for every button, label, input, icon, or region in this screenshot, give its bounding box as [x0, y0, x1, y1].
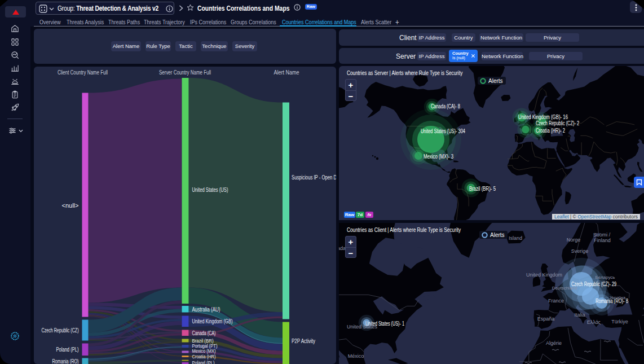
svg-text:Algérie: Algérie — [546, 340, 562, 346]
svg-text:Canada (CA): Canada (CA) — [192, 330, 216, 336]
svg-text:Czech Republic (CZ): Czech Republic (CZ) — [42, 327, 79, 334]
svg-text:<null>: <null> — [62, 203, 79, 209]
svg-text:Australia (AU): Australia (AU) — [192, 306, 220, 313]
svg-text:United Kingdom: United Kingdom — [526, 272, 562, 278]
svg-text:Poland (PL): Poland (PL) — [56, 347, 79, 353]
svg-text:P2P Activity: P2P Activity — [292, 338, 315, 344]
svg-text:Poland (PL): Poland (PL) — [192, 359, 215, 364]
svg-text:Deutschland: Deutschland — [552, 286, 577, 291]
svg-text:Mexico (MX)- 3: Mexico (MX)- 3 — [424, 154, 453, 160]
svg-text:Server Country Name Full: Server Country Name Full — [159, 69, 211, 76]
svg-text:México: México — [348, 353, 364, 359]
svg-text:United Kingdom (GB): United Kingdom (GB) — [192, 318, 233, 324]
svg-text:United States (US)- 304: United States (US)- 304 — [421, 128, 465, 134]
svg-text:Suspicious IP - Open D: Suspicious IP - Open D — [292, 174, 336, 181]
svg-text:Finland: Finland — [594, 238, 611, 243]
svg-text:España: España — [537, 316, 555, 322]
svg-text:Czech Republic (CZ)- 29: Czech Republic (CZ)- 29 — [571, 281, 616, 287]
svg-text:Island: Island — [509, 235, 522, 241]
svg-text:Sverige: Sverige — [571, 248, 589, 254]
svg-text:Suomi /: Suomi / — [593, 232, 611, 238]
svg-text:Italia: Italia — [574, 312, 585, 318]
svg-text:France: France — [548, 298, 564, 304]
svg-text:Croatia (HR)- 2: Croatia (HR)- 2 — [536, 128, 565, 134]
svg-text:Brazil (BR)- 5: Brazil (BR)- 5 — [469, 186, 496, 192]
svg-text:Alert Name: Alert Name — [274, 69, 299, 76]
svg-text:United States: United States — [347, 324, 378, 330]
svg-text:United States (US): United States (US) — [192, 187, 228, 193]
svg-text:Client Country Name Full: Client Country Name Full — [58, 69, 108, 76]
svg-text:Czech Republic (CZ)- 2: Czech Republic (CZ)- 2 — [536, 120, 579, 126]
svg-text:Norge: Norge — [567, 237, 581, 243]
svg-text:Україна: Україна — [610, 295, 626, 300]
svg-text:Croatia (HR): Croatia (HR) — [192, 353, 216, 359]
svg-text:United Kingdom (GB)- 16: United Kingdom (GB)- 16 — [518, 114, 568, 120]
svg-text:Romania (RO): Romania (RO) — [52, 358, 79, 364]
svg-text:Türkiye: Türkiye — [611, 319, 628, 324]
svg-text:Ελλάς: Ελλάς — [587, 319, 601, 325]
svg-text:Canada (CA)- 8: Canada (CA)- 8 — [431, 103, 460, 109]
svg-text:Беларусь: Беларусь — [596, 275, 615, 280]
